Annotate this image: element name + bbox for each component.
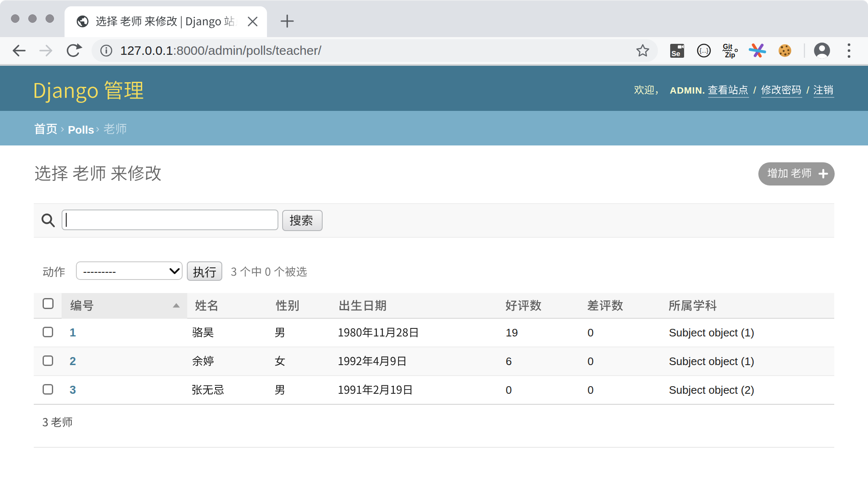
svg-text:Subject object (1): Subject object (1) — [669, 355, 754, 368]
svg-text:ADMIN.: ADMIN. — [670, 85, 705, 96]
svg-text:Zip: Zip — [725, 51, 735, 59]
svg-text:2: 2 — [70, 355, 76, 368]
svg-text:0: 0 — [588, 326, 593, 339]
svg-text:{...}: {...} — [699, 47, 708, 54]
svg-text:19: 19 — [506, 326, 518, 339]
svg-text:0: 0 — [588, 355, 593, 368]
svg-text:---------: --------- — [83, 265, 116, 278]
svg-text:Subject object (2): Subject object (2) — [669, 384, 754, 396]
svg-text:Se: Se — [671, 50, 680, 58]
svg-text:›: › — [96, 122, 100, 135]
svg-text:/: / — [806, 84, 809, 96]
svg-text:0: 0 — [588, 384, 593, 396]
svg-text:Subject object (1): Subject object (1) — [669, 326, 754, 339]
svg-text:Git: Git — [723, 43, 733, 50]
svg-text:›: › — [61, 122, 65, 135]
svg-text:Polls: Polls — [68, 124, 94, 136]
svg-text:127.0.0.1:8000/admin/polls/tea: 127.0.0.1:8000/admin/polls/teacher/ — [120, 43, 322, 57]
svg-text:6: 6 — [506, 355, 512, 368]
svg-text:3: 3 — [70, 384, 76, 396]
svg-text:1: 1 — [70, 326, 76, 339]
svg-text:0: 0 — [506, 384, 512, 396]
svg-text:/: / — [753, 84, 756, 96]
